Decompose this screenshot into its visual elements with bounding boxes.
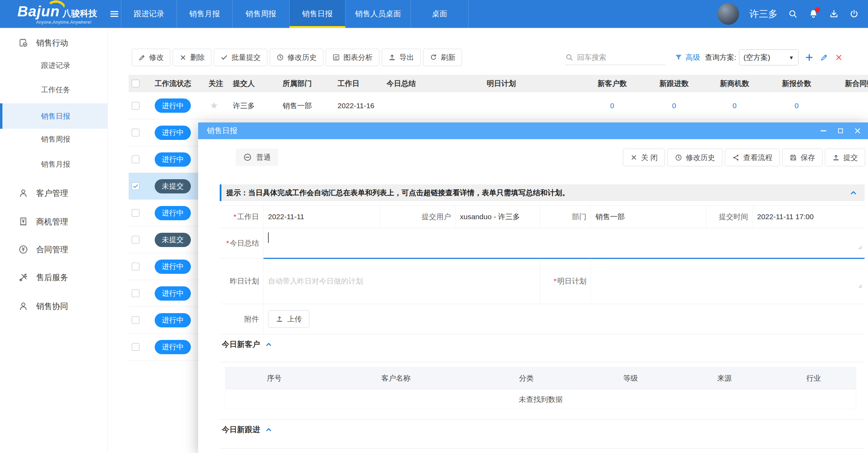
row-checkbox[interactable] <box>132 343 139 351</box>
brand-tagline: Anyone,Anytime,Anywhere! <box>36 20 104 25</box>
submit-time-label: 提交时间 <box>706 206 753 228</box>
edit-scheme-icon[interactable] <box>820 53 828 62</box>
edit-button[interactable]: 修改 <box>132 49 170 66</box>
priority-level-button[interactable]: 普通 <box>236 149 278 166</box>
sidebar-item-work-tasks[interactable]: 工作任务 <box>0 78 107 102</box>
new-followups-link[interactable]: 0 <box>672 102 676 110</box>
refresh-button[interactable]: 刷新 <box>423 49 462 66</box>
row-checkbox[interactable] <box>132 316 139 324</box>
table-row[interactable]: 进行中 ★ 许三多 销售一部 2022-11-16 0 0 0 0 <box>129 92 868 119</box>
row-checkbox[interactable] <box>132 209 139 217</box>
sidebar-group-label: 合同管理 <box>36 244 68 255</box>
x-icon <box>630 154 638 161</box>
row-checkbox[interactable] <box>132 156 139 163</box>
query-scheme-select[interactable]: (空方案) ▼ <box>739 49 798 65</box>
delete-scheme-icon[interactable] <box>835 53 843 62</box>
avatar[interactable] <box>717 3 739 25</box>
batch-submit-button[interactable]: 批量提交 <box>214 49 267 66</box>
upload-button[interactable]: 上传 <box>268 310 309 328</box>
resize-grip-icon[interactable] <box>856 244 862 250</box>
status-badge: 进行中 <box>155 260 191 274</box>
save-icon <box>789 154 797 161</box>
sidebar-item-monthly-report[interactable]: 销售月报 <box>0 152 107 176</box>
form-row-plans: 昨日计划 自动带入昨日对今日做的计划 *明日计划 <box>220 259 865 304</box>
view-workflow-button[interactable]: 查看流程 <box>725 149 780 166</box>
advanced-filter-link[interactable]: 高级 <box>686 53 700 62</box>
close-button[interactable]: 关 闭 <box>623 149 665 166</box>
menu-toggle-button[interactable] <box>109 0 120 28</box>
new-opportunities-link[interactable]: 0 <box>732 102 737 110</box>
sidebar-group-after-sales[interactable]: 售后服务 <box>0 265 107 289</box>
search-input[interactable] <box>577 53 665 62</box>
department-cell: 销售一部 <box>283 101 338 111</box>
notification-bell-icon[interactable] <box>808 9 819 19</box>
brand-logo[interactable]: Bajun 八骏科技 Anyone,Anytime,Anywhere! <box>0 0 104 28</box>
chevron-up-icon[interactable] <box>265 426 273 434</box>
row-checkbox[interactable] <box>132 129 139 136</box>
edit-history-button[interactable]: 修改历史 <box>270 49 323 66</box>
submit-button[interactable]: 提交 <box>825 149 865 166</box>
tab-monthly-report[interactable]: 销售月报 <box>177 0 233 28</box>
sidebar-group-opportunity-mgmt[interactable]: 商机管理 <box>0 209 107 234</box>
status-badge: 进行中 <box>155 98 191 113</box>
sidebar-group-label: 销售行动 <box>36 38 68 48</box>
new-customers-link[interactable]: 0 <box>610 102 614 110</box>
row-checkbox[interactable] <box>132 289 139 297</box>
work-date-field[interactable]: 2022-11-11 <box>263 206 380 228</box>
tab-follow-records[interactable]: 跟进记录 <box>121 0 177 28</box>
tomorrow-plan-textarea[interactable] <box>591 259 865 304</box>
submit-user-value: xusanduo - 许三多 <box>455 206 540 228</box>
tab-sales-desktop[interactable]: 销售人员桌面 <box>346 0 411 28</box>
add-scheme-icon[interactable] <box>805 53 814 62</box>
star-icon[interactable]: ★ <box>210 100 218 111</box>
sidebar-group-customer-mgmt[interactable]: 客户管理 <box>0 181 107 205</box>
chart-analysis-button[interactable]: 图表分析 <box>326 49 379 66</box>
yesterday-plan-label: 昨日计划 <box>220 259 263 304</box>
tab-daily-report[interactable]: 销售日报 <box>290 0 346 28</box>
export-button[interactable]: 导出 <box>382 49 421 66</box>
submit-user-label: 提交用户 <box>380 206 455 228</box>
tip-text: 提示：当日具体完成工作会自动汇总在表单和列表上，可点击超链接查看详情，表单只需填… <box>226 188 569 198</box>
search-box[interactable] <box>565 50 665 65</box>
maximize-icon[interactable] <box>837 127 844 135</box>
save-button[interactable]: 保存 <box>782 149 822 166</box>
attachment-label: 附件 <box>220 304 263 334</box>
download-icon[interactable] <box>829 9 839 19</box>
close-icon[interactable] <box>853 127 862 135</box>
sidebar-item-weekly-report[interactable]: 销售周报 <box>0 127 107 151</box>
yesterday-plan-textarea[interactable]: 自动带入昨日对今日做的计划 <box>263 259 540 304</box>
submit-time-value: 2022-11-11 17:00 <box>753 206 865 228</box>
today-summary-textarea[interactable] <box>263 228 865 259</box>
header-tabs: 跟进记录 销售月报 销售周报 销售日报 销售人员桌面 桌面 <box>121 0 469 28</box>
delete-button[interactable]: 删除 <box>173 49 211 66</box>
tab-desktop[interactable]: 桌面 <box>411 0 469 28</box>
empty-data-message: 未查找到数据 <box>226 389 856 409</box>
power-icon[interactable] <box>849 9 859 19</box>
sidebar-item-daily-report[interactable]: 销售日报 <box>0 103 107 129</box>
sidebar-group-sales-collaboration[interactable]: 销售协同 <box>0 294 107 318</box>
filter-funnel-icon[interactable] <box>674 53 683 62</box>
tab-weekly-report[interactable]: 销售周报 <box>233 0 290 28</box>
edit-history-button[interactable]: 修改历史 <box>667 149 722 166</box>
modal-title-bar[interactable]: 销售日报 <box>198 122 868 139</box>
submitter-cell: 许三多 <box>233 101 283 111</box>
section-divider <box>220 362 865 362</box>
sidebar-item-follow-records[interactable]: 跟进记录 <box>0 53 107 78</box>
chevron-up-icon[interactable] <box>849 189 858 197</box>
chart-icon <box>332 54 340 61</box>
select-all-checkbox[interactable] <box>132 80 139 87</box>
row-checkbox[interactable] <box>132 102 139 110</box>
minimize-icon[interactable] <box>819 127 828 135</box>
row-checkbox[interactable] <box>132 236 139 244</box>
service-icon <box>18 272 29 283</box>
search-icon[interactable] <box>788 9 798 19</box>
form-row-meta: *工作日 2022-11-11 提交用户 xusanduo - 许三多 部门 销… <box>220 206 865 228</box>
row-checkbox[interactable] <box>132 263 139 270</box>
resize-grip-icon[interactable] <box>856 282 862 288</box>
sidebar-group-contract-mgmt[interactable]: 合同管理 <box>0 237 107 262</box>
chevron-up-icon[interactable] <box>265 341 273 348</box>
sidebar-group-sales-action[interactable]: 销售行动 <box>0 31 107 55</box>
row-checkbox-checked[interactable] <box>132 182 139 190</box>
today-summary-label: *今日总结 <box>220 228 263 258</box>
new-quotes-link[interactable]: 0 <box>795 102 799 110</box>
